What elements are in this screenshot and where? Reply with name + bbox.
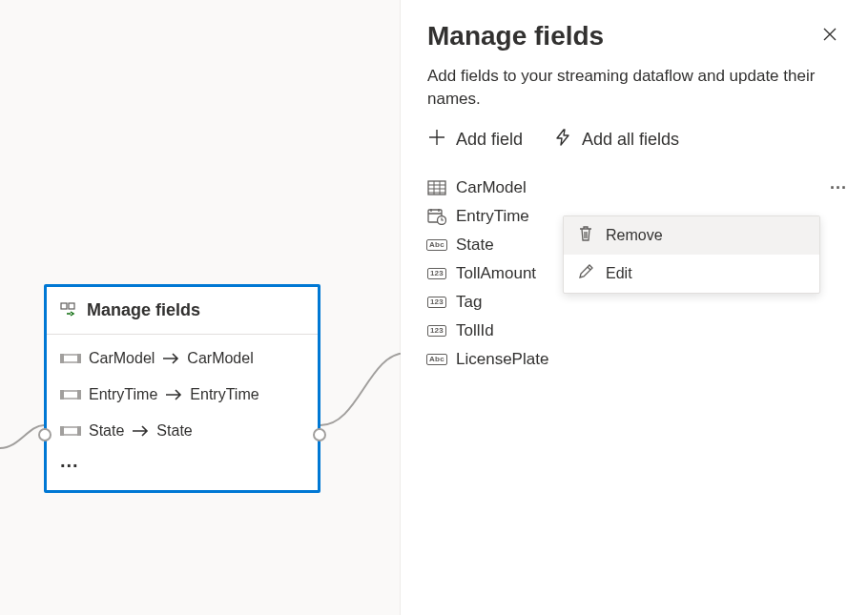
- field-type-icon: [60, 352, 81, 365]
- field-src: CarModel: [89, 350, 155, 367]
- lightning-icon: [553, 128, 572, 152]
- field-type-icon: [60, 424, 81, 438]
- arrow-right-icon: [132, 425, 149, 437]
- field-type-icon: [60, 388, 81, 401]
- field-name: LicensePlate: [456, 350, 548, 369]
- number-type-icon: 123: [427, 323, 446, 338]
- number-type-icon: 123: [427, 266, 446, 281]
- remove-label: Remove: [606, 227, 663, 244]
- svg-rect-10: [77, 426, 81, 436]
- panel-title: Manage fields: [427, 21, 604, 51]
- panel-header: Manage fields: [427, 21, 841, 65]
- table-type-icon: [427, 180, 446, 195]
- field-more-button[interactable]: ···: [830, 177, 847, 197]
- add-all-fields-label: Add all fields: [582, 130, 679, 150]
- field-src: State: [89, 422, 124, 440]
- node-more-indicator[interactable]: ···: [60, 449, 304, 481]
- field-item[interactable]: CarModel ···: [427, 174, 841, 201]
- field-dst: State: [156, 422, 192, 440]
- close-icon[interactable]: [818, 21, 841, 51]
- add-all-fields-button[interactable]: Add all fields: [553, 128, 679, 152]
- manage-fields-node[interactable]: Manage fields CarModel CarModel EntryTim…: [44, 284, 320, 493]
- connector-out: [320, 353, 406, 429]
- field-name: TollId: [456, 321, 494, 340]
- field-dst: CarModel: [187, 350, 253, 367]
- arrow-right-icon: [162, 353, 179, 364]
- panel-actions: Add field Add all fields: [427, 128, 841, 152]
- edit-label: Edit: [606, 265, 632, 282]
- text-type-icon: Abc: [427, 352, 446, 367]
- add-field-button[interactable]: Add field: [427, 128, 523, 152]
- panel-description: Add fields to your streaming dataflow an…: [427, 65, 841, 111]
- field-name: State: [456, 236, 494, 255]
- svg-rect-4: [77, 354, 81, 363]
- remove-menu-item[interactable]: Remove: [564, 216, 819, 255]
- field-name: EntryTime: [456, 207, 529, 226]
- node-title: Manage fields: [87, 300, 200, 320]
- field-src: EntryTime: [89, 386, 157, 403]
- svg-rect-3: [60, 354, 64, 363]
- node-header: Manage fields: [47, 287, 318, 335]
- node-body: CarModel CarModel EntryTime EntryTime St…: [47, 335, 318, 490]
- svg-rect-7: [77, 390, 81, 400]
- datetime-type-icon: [427, 209, 446, 224]
- svg-rect-9: [60, 426, 64, 436]
- flow-canvas[interactable]: Manage fields CarModel CarModel EntryTim…: [0, 0, 401, 615]
- manage-fields-icon: [60, 302, 77, 319]
- field-dst: EntryTime: [190, 386, 258, 403]
- node-field-row[interactable]: CarModel CarModel: [60, 340, 304, 377]
- svg-rect-0: [61, 303, 67, 309]
- field-name: TollAmount: [456, 264, 536, 283]
- field-name: Tag: [456, 293, 482, 312]
- trash-icon: [577, 225, 594, 246]
- svg-rect-1: [69, 303, 74, 309]
- node-field-row[interactable]: State State: [60, 413, 304, 449]
- field-item[interactable]: Abc LicensePlate: [427, 346, 841, 373]
- text-type-icon: Abc: [427, 237, 446, 253]
- svg-rect-6: [60, 390, 64, 400]
- output-port[interactable]: [313, 428, 326, 441]
- manage-fields-panel: Manage fields Add fields to your streami…: [401, 0, 868, 615]
- edit-menu-item[interactable]: Edit: [564, 255, 819, 293]
- app-root: Manage fields CarModel CarModel EntryTim…: [0, 0, 868, 615]
- node-field-row[interactable]: EntryTime EntryTime: [60, 377, 304, 413]
- field-item[interactable]: 123 TollId: [427, 318, 841, 344]
- number-type-icon: 123: [427, 295, 446, 310]
- add-field-label: Add field: [456, 130, 523, 150]
- plus-icon: [427, 128, 446, 152]
- pencil-icon: [577, 263, 594, 284]
- arrow-right-icon: [165, 389, 182, 400]
- input-port[interactable]: [38, 428, 52, 441]
- field-name: CarModel: [456, 178, 527, 197]
- field-context-menu: Remove Edit: [563, 215, 820, 294]
